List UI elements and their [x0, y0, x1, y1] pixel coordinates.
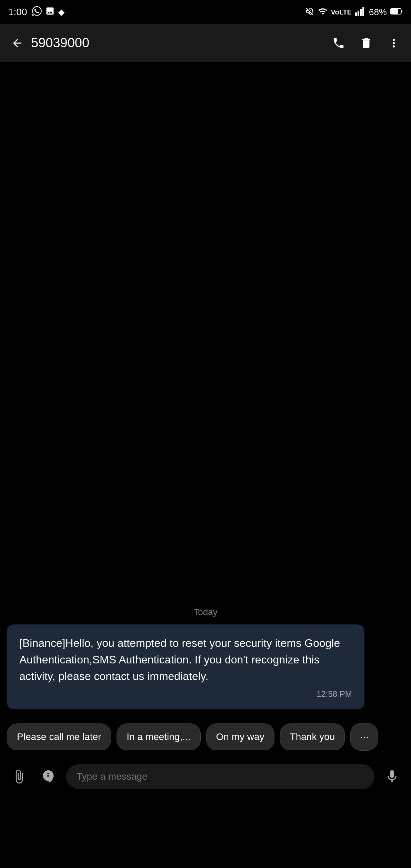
- quick-replies: Please call me later In a meeting,... On…: [0, 716, 411, 754]
- input-bar: [0, 754, 411, 799]
- svg-rect-2: [360, 9, 362, 16]
- chat-area: Today [Binance]Hello, you attempted to r…: [0, 62, 411, 716]
- date-label: Today: [7, 607, 404, 618]
- status-right: VoLTE 68%: [305, 7, 403, 18]
- silent-icon: [305, 7, 314, 18]
- signal-icon: [355, 7, 365, 17]
- more-dots-label: ···: [360, 731, 369, 743]
- battery-indicator: 68%: [369, 7, 387, 18]
- battery-icon: [390, 8, 403, 17]
- attach-button[interactable]: [7, 765, 31, 789]
- toolbar-actions: [328, 33, 404, 53]
- quick-reply-more-button[interactable]: ···: [350, 723, 378, 751]
- quick-reply-in-meeting[interactable]: In a meeting,...: [117, 723, 200, 750]
- sticker-button[interactable]: [37, 765, 61, 789]
- incoming-message-bubble: [Binance]Hello, you attempted to reset y…: [7, 624, 364, 709]
- svg-rect-6: [401, 10, 402, 13]
- message-input[interactable]: [66, 764, 374, 789]
- more-options-button[interactable]: [383, 33, 404, 53]
- delete-button[interactable]: [356, 33, 377, 53]
- whatsapp-icon: [32, 6, 42, 18]
- mic-button[interactable]: [380, 765, 404, 789]
- svg-rect-5: [391, 9, 398, 14]
- quick-reply-please-call[interactable]: Please call me later: [7, 723, 111, 750]
- status-icons: ◆: [32, 6, 64, 18]
- status-left: 1:00 ◆: [8, 6, 64, 18]
- wifi-icon: [318, 7, 328, 18]
- arrow-icon: ◆: [58, 7, 64, 17]
- status-time: 1:00: [8, 7, 27, 18]
- image-icon: [45, 6, 55, 18]
- message-text: [Binance]Hello, you attempted to reset y…: [19, 635, 352, 684]
- svg-rect-1: [358, 11, 359, 16]
- message-time: 12:58 PM: [19, 689, 352, 699]
- toolbar: 59039000: [0, 24, 411, 62]
- quick-reply-thank-you[interactable]: Thank you: [280, 723, 345, 750]
- status-bar: 1:00 ◆: [0, 0, 411, 24]
- contact-number: 59039000: [28, 36, 328, 50]
- volte-icon: VoLTE: [331, 8, 352, 16]
- call-button[interactable]: [328, 33, 349, 53]
- svg-rect-3: [362, 7, 364, 16]
- quick-reply-on-my-way[interactable]: On my way: [206, 723, 274, 750]
- svg-rect-0: [355, 12, 357, 16]
- back-button[interactable]: [7, 33, 28, 53]
